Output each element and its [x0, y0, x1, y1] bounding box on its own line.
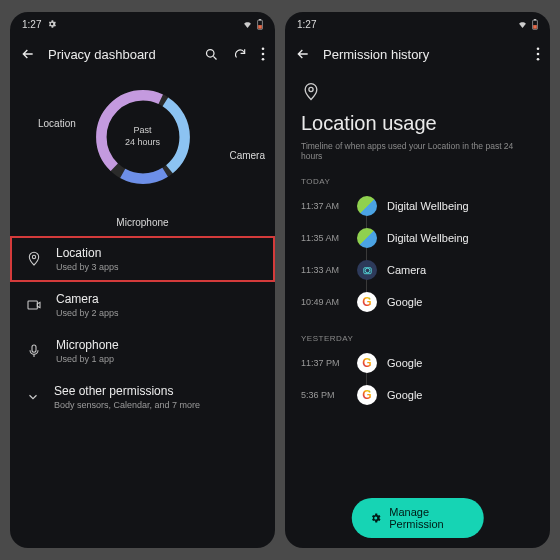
- timeline-entry[interactable]: 11:37 PM G Google: [301, 347, 534, 379]
- list-item-microphone[interactable]: Microphone Used by 1 app: [10, 328, 275, 374]
- app-icon-google: G: [357, 385, 377, 405]
- timeline-entry[interactable]: 5:36 PM G Google: [301, 379, 534, 411]
- svg-rect-1: [259, 19, 261, 20]
- location-icon: [301, 82, 321, 102]
- svg-point-20: [309, 87, 313, 91]
- back-icon[interactable]: [20, 46, 36, 62]
- gear-icon: [369, 512, 381, 524]
- status-time: 1:27: [22, 19, 41, 30]
- page-title: Permission history: [323, 47, 524, 62]
- list-item-sub: Body sensors, Calendar, and 7 more: [54, 400, 200, 410]
- entry-app: Digital Wellbeing: [387, 200, 469, 212]
- app-icon-google: G: [357, 292, 377, 312]
- list-item-camera[interactable]: Camera Used by 2 apps: [10, 282, 275, 328]
- list-item-sub: Used by 1 app: [56, 354, 119, 364]
- svg-point-5: [262, 53, 265, 56]
- camera-icon: [26, 297, 42, 313]
- gear-icon: [47, 19, 57, 29]
- entry-time: 5:36 PM: [301, 390, 347, 400]
- heading: Location usage: [301, 112, 534, 135]
- entry-app: Google: [387, 389, 422, 401]
- list-item-title: Microphone: [56, 338, 119, 352]
- microphone-icon: [26, 343, 42, 359]
- status-bar: 1:27: [285, 12, 550, 36]
- svg-rect-15: [534, 19, 536, 20]
- search-icon[interactable]: [204, 47, 219, 62]
- location-icon: [26, 251, 42, 267]
- chart-label-microphone: Microphone: [116, 217, 168, 228]
- entry-time: 11:37 AM: [301, 201, 347, 211]
- timeline-entry[interactable]: 11:33 AM Camera: [301, 254, 534, 286]
- svg-rect-12: [28, 301, 37, 309]
- chevron-down-icon: [26, 390, 40, 404]
- usage-chart: Location Camera Past 24 hours Microphone: [10, 72, 275, 222]
- battery-icon: [257, 19, 263, 30]
- timeline-yesterday: 11:37 PM G Google 5:36 PM G Google: [301, 347, 534, 411]
- status-time: 1:27: [297, 19, 316, 30]
- entry-time: 11:35 AM: [301, 233, 347, 243]
- subtitle: Timeline of when apps used your Location…: [301, 141, 534, 161]
- entry-app: Google: [387, 296, 422, 308]
- svg-point-3: [207, 49, 215, 57]
- more-icon[interactable]: [261, 47, 265, 61]
- list-item-sub: Used by 3 apps: [56, 262, 119, 272]
- svg-rect-2: [258, 25, 262, 29]
- chart-label-location: Location: [38, 118, 76, 129]
- svg-point-17: [537, 47, 540, 50]
- wifi-icon: [242, 20, 253, 29]
- entry-app: Camera: [387, 264, 426, 276]
- chart-label-camera: Camera: [229, 150, 265, 161]
- entry-time: 10:49 AM: [301, 297, 347, 307]
- svg-point-21: [365, 268, 370, 273]
- svg-rect-16: [533, 25, 537, 29]
- entry-app: Google: [387, 357, 422, 369]
- svg-point-19: [537, 58, 540, 61]
- svg-point-6: [262, 58, 265, 61]
- section-yesterday: YESTERDAY: [301, 334, 534, 343]
- timeline-entry[interactable]: 10:49 AM G Google: [301, 286, 534, 318]
- chart-center-line2: 24 hours: [125, 137, 160, 149]
- list-item-title: See other permissions: [54, 384, 200, 398]
- privacy-dashboard-screen: 1:27 Privacy dashboard Location Camera: [10, 12, 275, 548]
- entry-time: 11:37 PM: [301, 358, 347, 368]
- page-title: Privacy dashboard: [48, 47, 192, 62]
- app-icon-wellbeing: [357, 196, 377, 216]
- app-bar: Permission history: [285, 36, 550, 72]
- list-item-sub: Used by 2 apps: [56, 308, 119, 318]
- entry-time: 11:33 AM: [301, 265, 347, 275]
- app-icon-camera: [357, 260, 377, 280]
- entry-app: Digital Wellbeing: [387, 232, 469, 244]
- list-item-location[interactable]: Location Used by 3 apps: [10, 236, 275, 282]
- more-icon[interactable]: [536, 47, 540, 61]
- list-item-other-permissions[interactable]: See other permissions Body sensors, Cale…: [10, 374, 275, 420]
- manage-permission-button[interactable]: Manage Permission: [351, 498, 484, 538]
- refresh-icon[interactable]: [233, 47, 247, 61]
- list-item-title: Location: [56, 246, 119, 260]
- svg-rect-13: [32, 345, 36, 352]
- svg-point-18: [537, 53, 540, 56]
- status-bar: 1:27: [10, 12, 275, 36]
- svg-point-11: [32, 255, 35, 258]
- permission-history-screen: 1:27 Permission history Location usage T…: [285, 12, 550, 548]
- chart-center-line1: Past: [133, 125, 151, 137]
- app-icon-google: G: [357, 353, 377, 373]
- svg-point-4: [262, 47, 265, 50]
- permission-list: Location Used by 3 apps Camera Used by 2…: [10, 222, 275, 420]
- app-bar: Privacy dashboard: [10, 36, 275, 72]
- back-icon[interactable]: [295, 46, 311, 62]
- app-icon-wellbeing: [357, 228, 377, 248]
- section-today: TODAY: [301, 177, 534, 186]
- timeline-entry[interactable]: 11:37 AM Digital Wellbeing: [301, 190, 534, 222]
- timeline-today: 11:37 AM Digital Wellbeing 11:35 AM Digi…: [301, 190, 534, 318]
- list-item-title: Camera: [56, 292, 119, 306]
- timeline-entry[interactable]: 11:35 AM Digital Wellbeing: [301, 222, 534, 254]
- battery-icon: [532, 19, 538, 30]
- wifi-icon: [517, 20, 528, 29]
- manage-permission-label: Manage Permission: [389, 506, 466, 530]
